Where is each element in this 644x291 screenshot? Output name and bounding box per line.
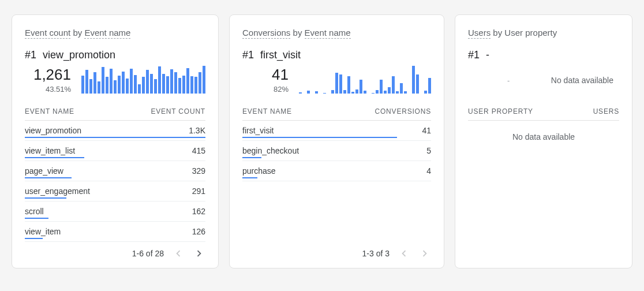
no-data-chart: - No data available — [501, 66, 619, 95]
pager-prev[interactable] — [172, 247, 185, 260]
pager-next[interactable] — [193, 247, 205, 260]
spark-bar — [170, 69, 173, 94]
table-body: view_promotion1.3Kview_item_list415page_… — [25, 121, 205, 242]
rank-prefix: #1 — [25, 49, 36, 61]
top-rank: #1 view_promotion — [25, 49, 205, 61]
table-header: EVENT NAME EVENT COUNT — [25, 104, 205, 121]
spark-bar — [162, 74, 165, 94]
row-value: 4 — [426, 166, 431, 176]
row-value: 1.3K — [189, 126, 205, 135]
col-event-name: EVENT NAME — [25, 107, 74, 115]
spark-bar — [400, 83, 403, 94]
spark-bar — [178, 78, 181, 94]
pager-next[interactable] — [418, 247, 431, 260]
table-header: EVENT NAME CONVERSIONS — [242, 104, 431, 121]
row-value: 126 — [192, 227, 205, 236]
title-by: by — [73, 28, 82, 38]
spark-bar — [323, 93, 326, 94]
spark-bar — [182, 76, 185, 94]
spark-bar — [102, 67, 104, 94]
spark-bar — [203, 66, 205, 94]
spark-bar — [335, 73, 338, 94]
row-bar — [25, 218, 48, 219]
spark-bar — [351, 92, 354, 94]
spark-bar — [106, 77, 108, 94]
table-row[interactable]: view_item_list415 — [25, 141, 205, 161]
spark-bar — [412, 66, 415, 94]
spark-bar — [424, 91, 427, 94]
spark-bar — [428, 78, 431, 94]
table-row[interactable]: view_item126 — [25, 222, 205, 242]
row-name: begin_checkout — [242, 146, 299, 155]
row-name: purchase — [242, 166, 276, 176]
metric-value: 1,261 — [31, 66, 71, 84]
top-rank: #1 - — [468, 49, 619, 61]
metric-value: 41 — [248, 66, 289, 84]
metric-percent: 43.51% — [31, 85, 71, 94]
row-bar — [25, 177, 72, 178]
spark-bar — [138, 84, 141, 94]
table-row[interactable]: view_promotion1.3K — [25, 121, 205, 141]
table-row[interactable]: first_visit41 — [242, 121, 431, 141]
spark-bar — [186, 68, 189, 94]
row-value: 415 — [192, 146, 205, 155]
spark-bar — [355, 89, 358, 94]
table-row[interactable]: page_view329 — [25, 161, 205, 181]
rank-prefix: #1 — [242, 49, 254, 61]
col-conversions: CONVERSIONS — [375, 107, 431, 115]
table-row[interactable]: user_engagement291 — [25, 181, 205, 202]
spark-bar — [146, 70, 149, 94]
spark-bar — [114, 80, 117, 94]
chevron-left-icon — [172, 247, 185, 260]
no-data-body: No data available — [468, 121, 619, 153]
table-header: USER PROPERTY USERS — [468, 104, 619, 121]
col-event-name: EVENT NAME — [242, 107, 292, 115]
spark-bar — [384, 91, 387, 94]
title-metric: Users — [468, 28, 491, 39]
spark-bar — [404, 91, 407, 94]
spark-bar — [89, 79, 92, 94]
spark-bar — [315, 91, 318, 94]
spark-bar — [130, 69, 133, 94]
spark-bar — [194, 77, 197, 94]
row-value: 291 — [192, 186, 205, 196]
spark-bar — [134, 75, 137, 94]
sparkline-chart — [299, 66, 431, 95]
row-bar — [25, 157, 84, 158]
pager: 1-3 of 3 — [242, 242, 431, 260]
row-name: user_engagement — [25, 186, 90, 196]
table-row[interactable]: purchase4 — [242, 161, 431, 181]
no-data-dash: - — [507, 76, 510, 85]
table-row[interactable]: begin_checkout5 — [242, 141, 431, 161]
row-bar — [25, 238, 43, 239]
col-event-count: EVENT COUNT — [151, 107, 205, 115]
spark-bar — [380, 80, 383, 94]
no-data-chart-text: No data available — [551, 76, 613, 85]
row-bar — [25, 197, 66, 199]
row-value: 329 — [192, 166, 205, 176]
metric-block: 41 82% — [242, 66, 289, 94]
spark-bar — [339, 74, 342, 94]
pager-text: 1-6 of 28 — [132, 249, 164, 258]
pager-prev[interactable] — [398, 247, 410, 260]
row-name: view_promotion — [25, 126, 81, 135]
row-name: view_item — [25, 227, 61, 236]
row-value: 5 — [426, 146, 431, 155]
pager-text: 1-3 of 3 — [362, 249, 390, 258]
table-row[interactable]: scroll162 — [25, 202, 205, 222]
spark-bar — [110, 69, 113, 94]
card-conversions: Conversions by Event name #1 first_visit… — [229, 14, 444, 268]
row-bar — [242, 177, 257, 178]
card-title: Conversions by Event name — [242, 28, 431, 38]
rank-name: view_promotion — [43, 49, 115, 61]
card-title: Users by User property — [468, 28, 619, 38]
spark-bar — [154, 79, 157, 94]
spark-bar — [166, 76, 169, 94]
metric-percent: 82% — [248, 85, 289, 94]
title-dimension: User property — [504, 28, 557, 38]
spark-bar — [343, 90, 346, 94]
title-by: by — [293, 28, 302, 38]
spark-bar — [331, 90, 334, 94]
col-users: USERS — [593, 107, 619, 115]
title-by: by — [493, 28, 502, 38]
